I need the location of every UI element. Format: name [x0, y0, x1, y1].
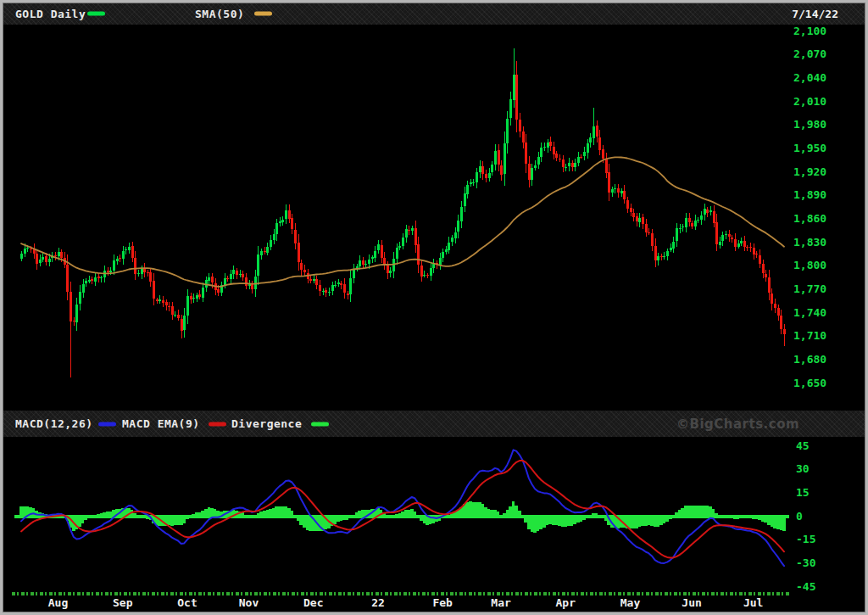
frame-border [0, 0, 868, 615]
macd-axis-labels: 4530150-15-30-45 [796, 439, 816, 593]
svg-text:-15: -15 [796, 533, 815, 545]
svg-text:1,890: 1,890 [793, 188, 826, 201]
divergence-label: Divergence [231, 411, 302, 437]
svg-text:1,680: 1,680 [793, 353, 826, 366]
svg-text:2,040: 2,040 [793, 71, 826, 84]
time-axis-bar [3, 586, 865, 612]
svg-text:1,770: 1,770 [793, 282, 826, 295]
svg-text:0: 0 [796, 510, 803, 523]
svg-text:30: 30 [796, 462, 810, 475]
price-series-swatch-icon [87, 12, 105, 16]
svg-text:15: 15 [796, 486, 810, 499]
divergence-swatch-icon [311, 422, 329, 426]
bigcharts-chart-frame: GOLD Daily SMA(50) 7/14/22 MACD(12,26) M… [0, 0, 868, 615]
candlestick-series [20, 48, 786, 377]
svg-text:1,830: 1,830 [793, 236, 826, 249]
symbol-timeframe-label: GOLD Daily [15, 3, 86, 25]
macd-swatch-icon [98, 422, 116, 426]
svg-text:2,070: 2,070 [793, 48, 826, 60]
macd-signal-label: MACD EMA(9) [122, 411, 200, 437]
price-legend-bar: GOLD Daily SMA(50) 7/14/22 [3, 3, 865, 25]
bigcharts-watermark: ©BigCharts.com [676, 411, 799, 437]
macd-label: MACD(12,26) [15, 411, 93, 437]
svg-text:1,980: 1,980 [793, 118, 826, 131]
chart-canvas: 2,1002,0702,0402,0101,9801,9501,9201,890… [0, 0, 868, 615]
sma-line [21, 157, 784, 287]
svg-text:1,920: 1,920 [793, 165, 826, 178]
date-label: 7/14/22 [792, 3, 838, 25]
svg-text:45: 45 [796, 439, 810, 452]
svg-text:1,860: 1,860 [793, 212, 826, 225]
macd-histogram [14, 501, 789, 533]
svg-text:1,710: 1,710 [793, 329, 826, 342]
macd-line [21, 450, 784, 566]
macd-signal-swatch-icon [209, 422, 226, 426]
svg-text:1,650: 1,650 [793, 377, 826, 389]
svg-text:1,740: 1,740 [793, 306, 826, 319]
svg-text:-30: -30 [796, 556, 816, 569]
svg-text:1,950: 1,950 [793, 142, 826, 154]
sma-label: SMA(50) [195, 3, 244, 25]
svg-text:1,800: 1,800 [793, 259, 826, 271]
price-axis-labels: 2,1002,0702,0402,0101,9801,9501,9201,890… [793, 25, 826, 389]
svg-text:2,100: 2,100 [793, 25, 826, 37]
macd-legend-bar: MACD(12,26) MACD EMA(9) Divergence ©BigC… [3, 411, 865, 437]
macd-signal-line [21, 461, 784, 558]
sma-swatch-icon [254, 12, 272, 16]
svg-text:2,010: 2,010 [793, 95, 826, 108]
